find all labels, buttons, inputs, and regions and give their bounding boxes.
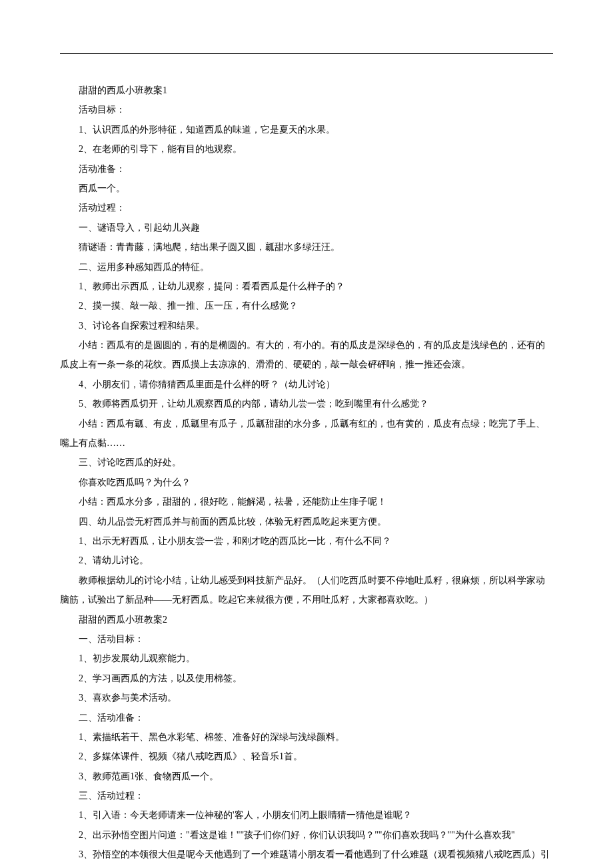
paragraph: 2、在老师的引导下，能有目的地观察。 [60,139,553,159]
paragraph: 1、出示无籽西瓜，让小朋友尝一尝，和刚才吃的西瓜比一比，有什么不同？ [60,531,553,551]
paragraph: 活动目标： [60,100,553,119]
paragraph: 小结：西瓜有的是圆圆的，有的是椭圆的。有大的，有小的。有的瓜皮是深绿色的，有的瓜… [60,335,553,375]
paragraph: 猜谜语：青青藤，满地爬，结出果子圆又圆，瓤甜水多绿汪汪。 [60,237,553,257]
paragraph: 三、活动过程： [60,786,553,805]
paragraph: 1、素描纸若干、黑色水彩笔、棉签、准备好的深绿与浅绿颜料。 [60,727,553,747]
paragraph: 1、认识西瓜的外形特征，知道西瓜的味道，它是夏天的水果。 [60,120,553,139]
paragraph: 甜甜的西瓜小班教案1 [60,81,553,100]
paragraph: 5、教师将西瓜切开，让幼儿观察西瓜的内部，请幼儿尝一尝；吃到嘴里有什么感觉？ [60,394,553,413]
paragraph: 小结：西瓜水分多，甜甜的，很好吃，能解渴，祛暑，还能防止生痱子呢！ [60,492,553,511]
paragraph: 2、学习画西瓜的方法，以及使用棉签。 [60,669,553,688]
paragraph: 2、摸一摸、敲一敲、推一推、压一压，有什么感觉？ [60,296,553,315]
paragraph: 西瓜一个。 [60,179,553,198]
paragraph: 二、运用多种感知西瓜的特征。 [60,257,553,277]
paragraph: 教师根据幼儿的讨论小结，让幼儿感受到科技新产品好。（人们吃西瓜时要不停地吐瓜籽，… [60,571,553,610]
paragraph: 活动准备： [60,159,553,179]
paragraph: 活动过程： [60,198,553,217]
paragraph: 3、教师范画1张、食物西瓜一个。 [60,767,553,786]
paragraph: 3、讨论各自探索过程和结果。 [60,316,553,335]
paragraph: 你喜欢吃西瓜吗？为什么？ [60,473,553,492]
paragraph: 一、谜语导入，引起幼儿兴趣 [60,218,553,237]
paragraph: 四、幼儿品尝无籽西瓜并与前面的西瓜比较，体验无籽西瓜吃起来更方便。 [60,512,553,531]
paragraph: 3、孙悟空的本领很大但是呢今天他遇到了一个难题请小朋友看一看他遇到了什么难题（观… [60,845,553,868]
paragraph: 三、讨论吃西瓜的好处。 [60,453,553,472]
paragraph: 2、出示孙悟空图片问道："看这是谁！""孩子们你们好，你们认识我吗？""你们喜欢… [60,825,553,845]
paragraph: 1、引入语：今天老师请来一位神秘的'客人，小朋友们闭上眼睛猜一猜他是谁呢？ [60,805,553,825]
paragraph: 2、多媒体课件、视频《猪八戒吃西瓜》、轻音乐1首。 [60,747,553,766]
paragraph: 一、活动目标： [60,629,553,649]
paragraph: 4、小朋友们，请你猜猜西瓜里面是什么样的呀？（幼儿讨论） [60,375,553,394]
top-divider [60,53,553,54]
paragraph: 1、教师出示西瓜，让幼儿观察，提问：看看西瓜是什么样子的？ [60,277,553,296]
paragraph: 1、初步发展幼儿观察能力。 [60,649,553,668]
paragraph: 2、请幼儿讨论。 [60,551,553,570]
document-content: 甜甜的西瓜小班教案1活动目标：1、认识西瓜的外形特征，知道西瓜的味道，它是夏天的… [60,81,553,868]
paragraph: 3、喜欢参与美术活动。 [60,688,553,707]
paragraph: 小结：西瓜有瓤、有皮，瓜瓤里有瓜子，瓜瓤甜甜的水分多，瓜瓤有红的，也有黄的，瓜皮… [60,414,553,453]
paragraph: 二、活动准备： [60,708,553,727]
paragraph: 甜甜的西瓜小班教案2 [60,610,553,629]
